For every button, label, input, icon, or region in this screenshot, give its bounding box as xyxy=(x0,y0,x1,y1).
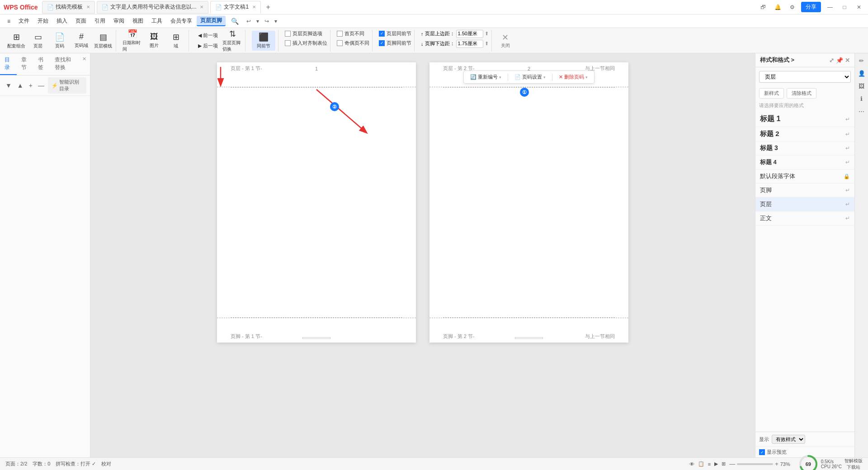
same-as-prev-button[interactable]: ⬛ 同前节 xyxy=(252,31,275,51)
search-button[interactable]: 🔍 xyxy=(228,16,241,26)
margin-top-spinner[interactable]: ⬆ xyxy=(485,31,489,37)
page2-footer[interactable]: 页脚 - 第 2 节- 与上一节相同 xyxy=(429,318,628,343)
header-line-button[interactable]: ▤ 页层横线 xyxy=(93,31,113,51)
sidebar-add-btn[interactable]: + xyxy=(27,81,34,90)
app-branding[interactable]: 智解模版 下载站 xyxy=(844,458,863,470)
redo-button[interactable]: ↪ xyxy=(262,17,271,26)
status-table-icon[interactable]: 📋 xyxy=(698,461,704,467)
datetime-button[interactable]: 📅 日期和时间 xyxy=(123,31,142,51)
margin-bottom-input[interactable] xyxy=(456,40,483,48)
new-style-button[interactable]: 新样式 xyxy=(759,88,784,99)
sidebar-tab-chapter[interactable]: 章节 xyxy=(17,53,33,75)
page1-footer[interactable]: 页脚 - 第 1 节- xyxy=(217,318,416,343)
doc-area[interactable]: 页层 - 第 1 节- 1 页脚 - 第 1 节- 页层 - 第 2 节- 2 … xyxy=(90,53,755,457)
ai-toc-button[interactable]: ⚡ 智能识别目录 xyxy=(48,77,86,94)
menu-member[interactable]: 会员专享 xyxy=(167,15,196,27)
tab-doc1[interactable]: 📄 文字是人类用符号记录表达信息以... ✕ xyxy=(97,1,208,14)
right-icon-user[interactable]: 👤 xyxy=(856,68,867,79)
maximize-button[interactable]: □ xyxy=(839,2,850,13)
header-footer-switch-button[interactable]: ⇅ 页层页脚切换 xyxy=(222,31,242,51)
sidebar-close-button[interactable]: ✕ xyxy=(79,53,90,75)
zoom-minus-button[interactable]: — xyxy=(729,461,735,467)
field-button[interactable]: ⊞ 域 xyxy=(166,31,186,51)
close-button[interactable]: ✕ xyxy=(854,2,864,13)
menu-reference[interactable]: 引用 xyxy=(91,15,109,27)
right-icon-more[interactable]: ⋯ xyxy=(856,106,867,117)
menu-file[interactable]: 文件 xyxy=(15,15,33,27)
undo-button[interactable]: ↩ xyxy=(244,17,253,26)
panel-close-icon[interactable]: ✕ xyxy=(845,57,850,64)
margin-top-input[interactable] xyxy=(456,30,483,38)
menu-insert[interactable]: 插入 xyxy=(53,15,71,27)
renumber-button[interactable]: 🔄 重新编号 ▾ xyxy=(467,72,505,82)
pagenum-button[interactable]: 📄 页码 xyxy=(50,31,70,51)
sidebar-tab-toc[interactable]: 目录 xyxy=(0,53,17,75)
page-setup-button[interactable]: 📄 页码设置 ▾ xyxy=(511,72,549,82)
settings-icon[interactable]: ⚙ xyxy=(787,2,797,13)
prev-item-button[interactable]: ◀ 前一项 xyxy=(195,31,221,40)
zoom-slider[interactable] xyxy=(737,463,773,465)
menu-page[interactable]: 页面 xyxy=(72,15,90,27)
right-icon-image[interactable]: 🖼 xyxy=(856,80,867,91)
style-item-heading4[interactable]: 标题 4 ↵ xyxy=(755,155,854,169)
cb-odd-even-diff[interactable]: 奇偶页不同 xyxy=(337,39,369,47)
close-header-footer-button[interactable]: ✕ 关闭 xyxy=(495,31,515,51)
style-item-header[interactable]: 页层 ↵ xyxy=(755,197,854,212)
tab-template-close[interactable]: ✕ xyxy=(86,5,90,9)
style-item-footer[interactable]: 页脚 ↵ xyxy=(755,183,854,197)
margin-bottom-spinner[interactable]: ⬆ xyxy=(485,41,489,47)
menu-view[interactable]: 视图 xyxy=(129,15,147,27)
style-item-body[interactable]: 正文 ↵ xyxy=(755,212,854,226)
menu-tools[interactable]: 工具 xyxy=(148,15,166,27)
bell-icon[interactable]: 🔔 xyxy=(772,2,783,13)
sidebar-expand-btn[interactable]: ▼ xyxy=(4,81,14,90)
cb-footer-same-prev[interactable]: 页脚同前节 xyxy=(379,39,411,47)
tab-doc2-close[interactable]: ✕ xyxy=(252,5,256,9)
tab-doc1-close[interactable]: ✕ xyxy=(200,5,203,9)
delete-pagenum-button[interactable]: ✕ 删除页码 ▾ xyxy=(555,72,591,82)
redo-dropdown[interactable]: ▾ xyxy=(272,17,279,26)
clear-format-button[interactable]: 清除格式 xyxy=(787,88,816,99)
sidebar-collapse-btn[interactable]: ▲ xyxy=(15,81,25,90)
sidebar-tab-findreplace[interactable]: 查找和替换 xyxy=(50,53,79,75)
panel-pin-icon[interactable]: 📌 xyxy=(836,57,843,64)
zoom-plus-button[interactable]: + xyxy=(775,461,778,467)
header-button[interactable]: ▭ 页层 xyxy=(28,31,48,51)
panel-expand-icon[interactable]: ⤢ xyxy=(829,57,834,64)
status-list-icon[interactable]: ≡ xyxy=(708,461,711,467)
menu-header-footer[interactable]: 页层页脚 xyxy=(197,16,226,26)
status-play-icon[interactable]: ▶ xyxy=(714,461,718,467)
right-icon-info[interactable]: ℹ xyxy=(856,93,867,104)
cb-first-page-diff[interactable]: 首页不同 xyxy=(337,30,364,38)
sidebar-tab-bookmark[interactable]: 书签 xyxy=(33,53,50,75)
next-item-button[interactable]: ▶ 后一项 xyxy=(195,41,221,51)
show-select[interactable]: 有效样式 xyxy=(772,435,805,444)
restore-icon[interactable]: 🗗 xyxy=(758,2,769,13)
cb-insert-tab[interactable]: 插入对齐制表位 xyxy=(285,39,327,47)
style-item-heading1[interactable]: 标题 1 ↵ xyxy=(755,112,854,127)
style-category-select[interactable]: 页层 xyxy=(759,71,851,83)
tab-template[interactable]: 📄 找稿壳模板 ✕ xyxy=(42,1,95,14)
style-item-default-font[interactable]: 默认段落字体 🔒 xyxy=(755,169,854,183)
style-item-heading3[interactable]: 标题 3 ↵ xyxy=(755,141,854,155)
minimize-button[interactable]: — xyxy=(825,2,835,13)
badge-1: ① xyxy=(520,88,529,97)
share-button[interactable]: 分享 xyxy=(801,2,821,12)
page1-header[interactable]: 页层 - 第 1 节- 1 xyxy=(217,62,416,87)
menu-icon[interactable]: ≡ xyxy=(4,16,14,26)
status-grid-icon[interactable]: ⊞ xyxy=(722,461,726,467)
undo-dropdown[interactable]: ▾ xyxy=(254,17,261,26)
cb-header-same-prev[interactable]: 页层同前节 xyxy=(379,30,411,38)
tab-doc2[interactable]: 📄 文字文稿1 ✕ xyxy=(210,1,261,14)
menu-start[interactable]: 开始 xyxy=(34,15,52,27)
peitao-button[interactable]: ⊞ 配套组合 xyxy=(6,31,26,51)
status-view-icon[interactable]: 👁 xyxy=(689,461,694,467)
cb-header-options[interactable]: 页层页脚选项 xyxy=(285,30,322,38)
pagenum-field-button[interactable]: # 页码域 xyxy=(71,31,91,51)
menu-review[interactable]: 审阅 xyxy=(110,15,128,27)
image-button[interactable]: 🖼 图片 xyxy=(144,31,164,51)
sidebar-remove-btn[interactable]: — xyxy=(36,81,46,90)
style-item-heading2[interactable]: 标题 2 ↵ xyxy=(755,127,854,141)
tab-add-button[interactable]: + xyxy=(263,2,274,13)
right-icon-edit[interactable]: ✏ xyxy=(856,55,867,66)
